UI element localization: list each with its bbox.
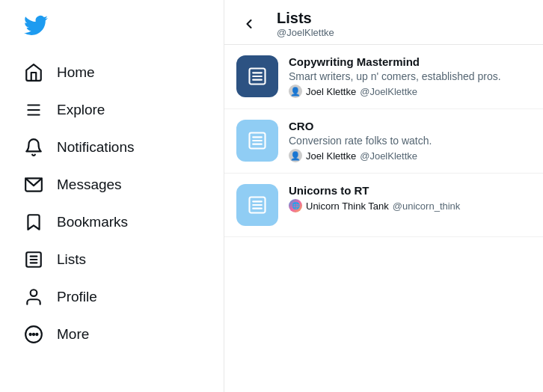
owner-name-3: Unicorn Think Tank <box>306 200 389 212</box>
list-item[interactable]: Copywriting Mastermind Smart writers, up… <box>224 45 543 109</box>
header-title-block: Lists @JoelKlettke <box>277 9 334 38</box>
list-thumbnail-3 <box>236 184 278 226</box>
list-desc-1: Smart writers, up n' comers, established… <box>289 70 531 82</box>
sidebar-item-home[interactable]: Home <box>15 55 209 90</box>
sidebar-item-notifications-label: Notifications <box>57 139 135 156</box>
list-name-2: CRO <box>289 120 531 132</box>
sidebar-item-bookmarks[interactable]: Bookmarks <box>15 205 209 239</box>
back-button[interactable] <box>236 11 262 37</box>
explore-icon <box>24 100 43 120</box>
lists-icon <box>24 250 43 269</box>
svg-point-11 <box>30 334 31 335</box>
list-info-3: Unicorns to RT 🌐 Unicorn Think Tank @uni… <box>289 184 531 212</box>
list-owner-1: 👤 Joel Klettke @JoelKlettke <box>289 85 531 98</box>
sidebar-item-notifications[interactable]: Notifications <box>15 130 209 165</box>
sidebar-item-explore-label: Explore <box>57 102 105 118</box>
list-name-3: Unicorns to RT <box>289 184 531 197</box>
notifications-icon <box>24 138 43 157</box>
sidebar-item-profile[interactable]: Profile <box>15 280 209 314</box>
list-thumbnail-2 <box>236 120 278 162</box>
messages-icon <box>24 175 43 195</box>
owner-name-1: Joel Klettke <box>306 86 356 97</box>
sidebar-item-home-label: Home <box>57 64 95 81</box>
owner-avatar-1: 👤 <box>289 85 302 98</box>
owner-avatar-3: 🌐 <box>289 199 302 212</box>
home-icon <box>24 63 43 82</box>
main-content: Lists @JoelKlettke Copywriting Mastermin… <box>224 0 543 392</box>
more-icon <box>24 325 43 344</box>
svg-point-8 <box>31 290 37 296</box>
owner-handle-3: @unicorn_think <box>393 200 461 212</box>
main-header: Lists @JoelKlettke <box>224 0 543 45</box>
sidebar-item-more[interactable]: More <box>15 317 209 352</box>
list-item[interactable]: CRO Conversion rate folks to watch. 👤 Jo… <box>224 109 543 174</box>
page-title: Lists <box>277 9 334 27</box>
sidebar-item-bookmarks-label: Bookmarks <box>57 214 128 230</box>
owner-name-2: Joel Klettke <box>306 150 356 162</box>
list-item[interactable]: Unicorns to RT 🌐 Unicorn Think Tank @uni… <box>224 174 543 237</box>
list-info-2: CRO Conversion rate folks to watch. 👤 Jo… <box>289 120 531 162</box>
owner-handle-2: @JoelKlettke <box>360 150 417 162</box>
sidebar-item-more-label: More <box>57 326 89 343</box>
sidebar-item-explore[interactable]: Explore <box>15 93 209 127</box>
list-desc-2: Conversion rate folks to watch. <box>289 135 531 147</box>
svg-point-12 <box>36 334 37 335</box>
owner-avatar-2: 👤 <box>289 149 302 162</box>
twitter-logo[interactable] <box>15 7 209 46</box>
sidebar: Home Explore Notifications Messages <box>0 0 224 392</box>
sidebar-item-lists-label: Lists <box>57 251 86 268</box>
sidebar-item-profile-label: Profile <box>57 289 97 305</box>
sidebar-item-messages[interactable]: Messages <box>15 168 209 202</box>
bookmarks-icon <box>24 212 43 232</box>
list-thumbnail-1 <box>236 55 278 97</box>
page-subtitle: @JoelKlettke <box>277 27 334 38</box>
owner-handle-1: @JoelKlettke <box>360 86 417 97</box>
list-owner-3: 🌐 Unicorn Think Tank @unicorn_think <box>289 199 531 212</box>
list-info-1: Copywriting Mastermind Smart writers, up… <box>289 55 531 98</box>
profile-icon <box>24 287 43 307</box>
svg-point-10 <box>33 334 34 335</box>
list-name-1: Copywriting Mastermind <box>289 55 531 68</box>
sidebar-item-lists[interactable]: Lists <box>15 242 209 277</box>
list-owner-2: 👤 Joel Klettke @JoelKlettke <box>289 149 531 162</box>
sidebar-item-messages-label: Messages <box>57 177 122 193</box>
